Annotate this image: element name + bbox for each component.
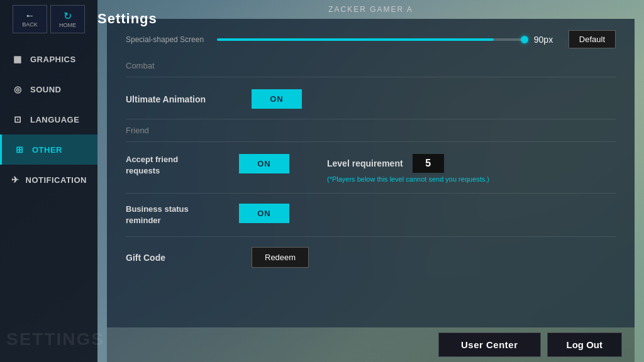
gift-code-row: Gift Code Redeem <box>126 238 616 277</box>
back-button[interactable]: ← BACK <box>13 5 47 33</box>
sidebar-item-label: LANGUAGE <box>30 115 79 124</box>
page-title: Settings <box>97 11 157 27</box>
notification-icon: ✈ <box>11 173 19 186</box>
sidebar-item-graphics[interactable]: ▦ GRAPHICS <box>0 44 97 74</box>
accept-friend-label: Accept friendrequests <box>126 154 226 177</box>
main-content: ZACKER GAMER A Special-shaped Screen 90p… <box>97 0 644 362</box>
sidebar-item-label: OTHER <box>32 145 62 155</box>
logout-button[interactable]: Log Out <box>547 332 622 357</box>
combat-section-header: Combat <box>126 56 616 77</box>
sidebar: ▦ GRAPHICS ◎ SOUND ⊡ LANGUAGE ⊞ OTHER ✈ … <box>0 0 97 362</box>
ultimate-animation-toggle[interactable]: ON <box>252 89 302 109</box>
level-req-row: Level requirement 5 <box>327 154 489 173</box>
home-icon: ↻ <box>64 10 72 22</box>
other-icon: ⊞ <box>13 143 26 156</box>
accept-friend-toggle[interactable]: ON <box>239 154 289 173</box>
sidebar-item-sound[interactable]: ◎ SOUND <box>0 74 97 104</box>
graphics-icon: ▦ <box>11 53 24 65</box>
divider-3 <box>126 236 616 237</box>
business-status-toggle[interactable]: ON <box>239 204 289 223</box>
gift-code-label: Gift Code <box>126 253 239 263</box>
bottom-bar: User Center Log Out <box>107 327 635 362</box>
divider-2 <box>126 193 616 194</box>
level-note: (*Players below this level cannot send y… <box>327 175 489 183</box>
business-status-label: Business statusreminder <box>126 204 226 226</box>
sidebar-item-language[interactable]: ⊡ LANGUAGE <box>0 104 97 134</box>
back-label: BACK <box>22 21 38 28</box>
settings-panel: Special-shaped Screen 90px Default Comba… <box>107 19 635 327</box>
friend-section-header: Friend <box>126 121 616 142</box>
level-req-label: Level requirement <box>327 158 403 168</box>
accept-friend-row: Accept friendrequests ON Level requireme… <box>126 145 616 192</box>
home-button[interactable]: ↻ HOME <box>50 5 85 33</box>
ultimate-animation-row: Ultimate Animation ON <box>126 80 616 118</box>
sound-icon: ◎ <box>11 83 24 96</box>
special-screen-slider[interactable] <box>217 38 525 41</box>
user-center-button[interactable]: User Center <box>438 332 541 357</box>
home-label: HOME <box>59 22 76 28</box>
language-icon: ⊡ <box>11 113 24 126</box>
sidebar-item-label: SOUND <box>30 85 61 94</box>
topbar: ← BACK ↻ HOME Settings <box>0 0 644 38</box>
sidebar-item-label: GRAPHICS <box>30 55 76 64</box>
business-status-row: Business statusreminder ON <box>126 195 616 235</box>
divider-1 <box>126 119 616 119</box>
sidebar-item-notification[interactable]: ✈ NOTIFICATION <box>0 165 97 195</box>
redeem-button[interactable]: Redeem <box>252 247 309 268</box>
slider-fill <box>217 38 494 41</box>
level-value: 5 <box>413 154 444 173</box>
sidebar-watermark: SETTINGS <box>6 329 104 349</box>
sidebar-item-other[interactable]: ⊞ OTHER <box>0 134 97 165</box>
sidebar-item-label: NOTIFICATION <box>26 175 87 185</box>
ultimate-animation-label: Ultimate Animation <box>126 94 239 104</box>
level-requirement-section: Level requirement 5 (*Players below this… <box>327 154 489 183</box>
back-arrow-icon: ← <box>25 10 35 21</box>
